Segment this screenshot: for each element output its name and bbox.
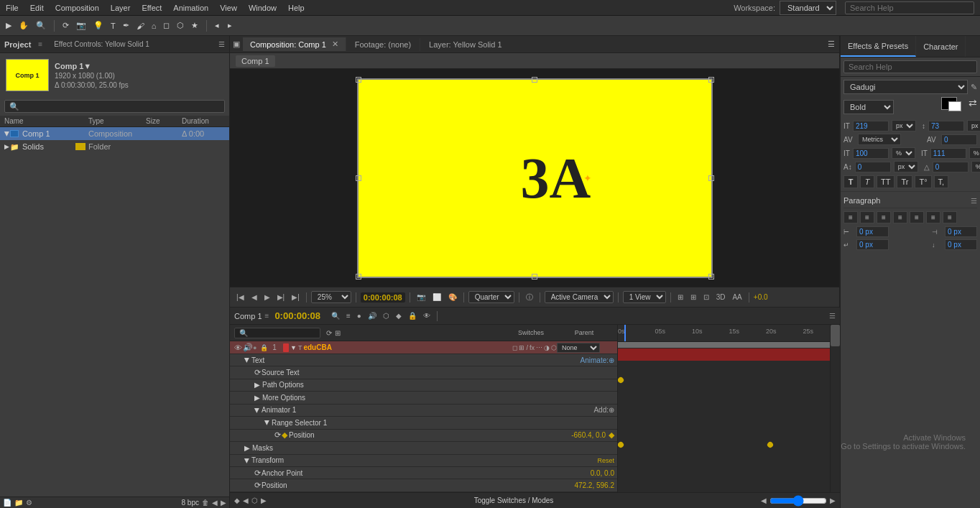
masks-twirl[interactable]: ▶	[244, 444, 250, 452]
menu-layer[interactable]: Layer	[105, 2, 137, 14]
menu-composition[interactable]: Composition	[50, 2, 105, 14]
align-justify-all-btn[interactable]: ≡	[943, 211, 957, 223]
menu-animation[interactable]: Animation	[167, 2, 214, 14]
panel-close[interactable]: ☰	[218, 40, 225, 48]
lc-render-btn[interactable]: ⟳	[326, 329, 332, 337]
tl-audio-btn[interactable]: 🔊	[366, 311, 379, 320]
align-left-btn[interactable]: ≡	[843, 211, 858, 223]
vc-3d-btn[interactable]: 3D	[714, 292, 728, 302]
layer-lock-1[interactable]: 🔒	[260, 344, 267, 351]
tool-pen[interactable]: ✒	[120, 19, 132, 32]
tf-add-key-btn[interactable]: ⬡	[251, 497, 258, 504]
vc-aa-btn[interactable]: AA	[730, 292, 744, 302]
rs1-twirl[interactable]: ▶	[264, 420, 271, 425]
new-item-btn[interactable]: 📄	[3, 499, 11, 507]
project-item-comp[interactable]: ▶ Comp 1 Composition Δ 0:00	[0, 127, 229, 140]
tool-camera[interactable]: 📷	[73, 19, 89, 32]
vscale-unit[interactable]: %	[892, 147, 915, 159]
indent-first-input[interactable]	[856, 239, 889, 250]
vc-camera-dropdown[interactable]: Active Camera	[545, 291, 614, 303]
tl-shapes-btn[interactable]: ⬡	[381, 311, 392, 320]
pos-diamond-2[interactable]: ◆	[609, 430, 614, 440]
tool-paint[interactable]: 🖌	[134, 20, 147, 32]
ls-shy[interactable]: ◻	[512, 344, 517, 351]
blur-unit[interactable]: %	[971, 161, 980, 172]
ls-collapse[interactable]: ⊞	[519, 344, 524, 351]
tool-extra-1[interactable]: ◂	[212, 19, 222, 32]
folder-expand-arrow[interactable]: ▶	[4, 143, 9, 150]
ls-frame-blend[interactable]: ⋯	[536, 344, 542, 351]
tool-rotate[interactable]: ⟳	[60, 19, 72, 32]
next-btn[interactable]: ▶	[221, 499, 226, 507]
new-folder-btn[interactable]: 📁	[14, 499, 23, 507]
tf-zoom-out-btn[interactable]: ◀	[761, 497, 767, 504]
para-menu-btn[interactable]: ☰	[971, 197, 977, 205]
vc-first-frame[interactable]: |◀	[234, 292, 246, 302]
indent-right-input[interactable]	[945, 226, 977, 237]
vc-last-frame[interactable]: ▶|	[290, 292, 302, 302]
blur-input[interactable]	[933, 162, 969, 172]
baseline-unit[interactable]: px	[894, 161, 918, 172]
comp-subtab[interactable]: Comp 1	[236, 55, 275, 67]
indent-left-input[interactable]	[856, 226, 889, 237]
tool-puppet[interactable]: ★	[188, 19, 201, 32]
align-right-btn[interactable]: ≡	[877, 211, 891, 223]
vscale-input[interactable]	[853, 148, 889, 159]
font-dropdown[interactable]: Gadugi	[843, 80, 968, 94]
ls-motion-blur[interactable]: ◑	[544, 344, 550, 351]
tool-clone[interactable]: ⌂	[149, 20, 160, 32]
menu-help[interactable]: Help	[282, 2, 310, 14]
size-unit-dropdown[interactable]: pxpt	[892, 120, 916, 131]
menu-edit[interactable]: Edit	[24, 2, 50, 14]
vc-zoom-dropdown[interactable]: 25%50%100%	[311, 291, 351, 303]
layer-row-1[interactable]: 👁 🔊 ● 🔒 1 ▼ T eduCBA ◻ ⊞ /	[230, 341, 617, 354]
style-btn-smallcaps[interactable]: Tr	[897, 175, 912, 188]
align-center-btn[interactable]: ≡	[860, 211, 874, 223]
lc-search-input[interactable]	[234, 328, 320, 338]
hscale-input[interactable]	[930, 148, 966, 159]
tf-zoom-in-btn[interactable]: ▶	[830, 497, 836, 504]
comp-tab-close[interactable]: ✕	[332, 40, 338, 49]
text-twirl[interactable]: ▶	[244, 358, 251, 363]
effects-presets-tab[interactable]: Effects & Presets	[841, 36, 916, 57]
menu-file[interactable]: File	[0, 2, 24, 14]
tool-extra-2[interactable]: ▸	[225, 19, 235, 32]
tab-more-btn[interactable]: ☰	[823, 37, 839, 51]
tl-hide-shy-btn[interactable]: 👁	[421, 311, 433, 320]
comp-expand-arrow[interactable]: ▶	[4, 131, 11, 137]
vc-camera-btn[interactable]: 📷	[415, 292, 427, 302]
prev-btn[interactable]: ◀	[212, 499, 218, 507]
ls-effects[interactable]: fx	[530, 344, 535, 351]
tf-add-marker-btn[interactable]: ◆	[234, 497, 240, 504]
transform-twirl[interactable]: ▶	[244, 458, 251, 463]
timeline-scrollbar[interactable]	[830, 325, 840, 492]
layer-tab[interactable]: Layer: Yellow Solid 1	[420, 38, 511, 51]
tl-solo-btn[interactable]: ●	[355, 311, 364, 320]
kerning-dropdown[interactable]: MetricsOptical	[858, 134, 901, 145]
vc-snap-btn[interactable]: ⊞	[675, 292, 685, 302]
tracking-input[interactable]	[941, 134, 977, 145]
menu-effect[interactable]: Effect	[136, 2, 167, 14]
project-tab[interactable]: ≡	[38, 40, 42, 48]
tool-select[interactable]: ▶	[3, 19, 14, 32]
tool-light[interactable]: 💡	[91, 19, 106, 32]
space-after-input[interactable]	[945, 239, 977, 250]
pos-diamond-1[interactable]: ◆	[282, 430, 289, 440]
tool-roto[interactable]: ⬡	[174, 19, 187, 32]
search-help-input[interactable]	[845, 1, 974, 14]
layer-vis-1[interactable]: 👁	[233, 343, 243, 352]
layer-label-1[interactable]	[283, 343, 289, 352]
vc-next-frame[interactable]: ▶|	[275, 292, 287, 302]
style-btn-subscript[interactable]: T,	[934, 175, 949, 188]
vc-info-btn[interactable]: ⓘ	[524, 292, 535, 303]
tool-text[interactable]: T	[108, 20, 119, 32]
project-search-input[interactable]	[4, 100, 225, 113]
style-btn-superscript[interactable]: T°	[915, 175, 931, 188]
anchor-point-value[interactable]: 0.0, 0.0	[591, 469, 614, 477]
stroke-color-swatch[interactable]	[948, 101, 961, 111]
tf-prev-key-btn[interactable]: ◀	[243, 497, 249, 504]
ap-stopwatch[interactable]: ⟳	[254, 468, 262, 478]
vc-quality-dropdown[interactable]: QuarterHalfFull	[468, 291, 514, 303]
align-justify-right-btn[interactable]: ≡	[926, 211, 940, 223]
menu-window[interactable]: Window	[243, 2, 282, 14]
